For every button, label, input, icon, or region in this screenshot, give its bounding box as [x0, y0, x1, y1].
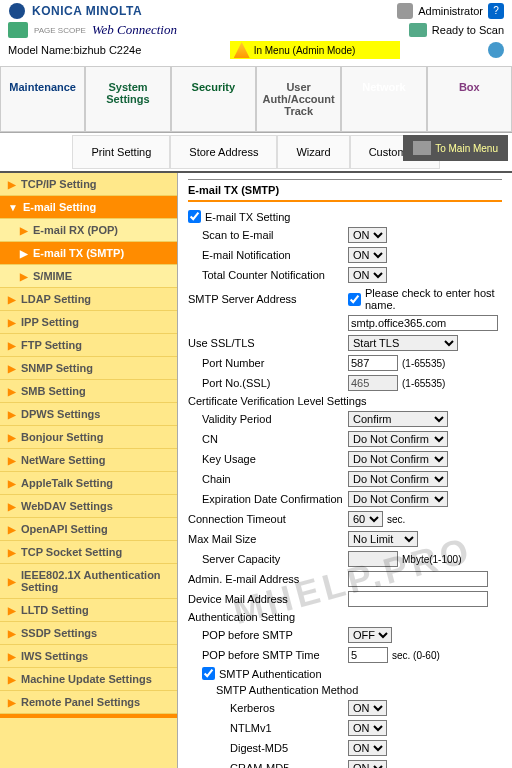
help-icon[interactable]: ?	[488, 3, 504, 19]
smtp-auth-checkbox[interactable]	[202, 667, 215, 680]
sidebar-item[interactable]: ▶NetWare Setting	[0, 449, 177, 472]
tab-user-auth[interactable]: User Auth/Account Track	[256, 66, 341, 132]
km-logo-icon	[8, 2, 26, 20]
subtab-store-address[interactable]: Store Address	[170, 135, 277, 169]
sidebar-subitem[interactable]: ▶E-mail RX (POP)	[0, 219, 177, 242]
page-title: E-mail TX (SMTP)	[188, 179, 502, 196]
port-ssl-input	[348, 375, 398, 391]
email-notification-select[interactable]: ON	[348, 247, 387, 263]
chevron-right-icon: ▶	[8, 455, 16, 466]
model-value: bizhub C224e	[73, 44, 141, 56]
chevron-right-icon: ▶	[8, 628, 16, 639]
ntlm-select[interactable]: ON	[348, 720, 387, 736]
scanner-icon	[409, 23, 427, 37]
chain-select[interactable]: Do Not Confirm	[348, 471, 448, 487]
sidebar-item[interactable]: ▶WebDAV Settings	[0, 495, 177, 518]
server-capacity-input	[348, 551, 398, 567]
svg-point-0	[9, 3, 25, 19]
scan-to-email-select[interactable]: ON	[348, 227, 387, 243]
email-tx-setting-checkbox[interactable]	[188, 210, 201, 223]
chevron-right-icon: ▶	[8, 179, 16, 190]
web-connection-title: Web Connection	[92, 22, 177, 38]
port-number-input[interactable]	[348, 355, 398, 371]
cn-select[interactable]: Do Not Confirm	[348, 431, 448, 447]
subtab-print-setting[interactable]: Print Setting	[72, 135, 170, 169]
sidebar-item[interactable]: ▶LDAP Setting	[0, 288, 177, 311]
mode-indicator: In Menu (Admin Mode)	[230, 41, 400, 59]
chevron-right-icon: ▶	[8, 651, 16, 662]
tab-security[interactable]: Security	[171, 66, 256, 132]
sidebar-item[interactable]: ▶SSDP Settings	[0, 622, 177, 645]
pop-before-smtp-select[interactable]: OFF	[348, 627, 392, 643]
sidebar-item[interactable]: ▶FTP Setting	[0, 334, 177, 357]
total-counter-select[interactable]: ON	[348, 267, 387, 283]
cram-select[interactable]: ON	[348, 760, 387, 768]
sidebar-item[interactable]: ▶IPP Setting	[0, 311, 177, 334]
kerberos-select[interactable]: ON	[348, 700, 387, 716]
validity-period-select[interactable]: Confirm	[348, 411, 448, 427]
svg-rect-1	[8, 22, 28, 38]
tab-box[interactable]: Box	[427, 66, 512, 132]
tab-maintenance[interactable]: Maintenance	[0, 66, 85, 132]
chevron-right-icon: ▶	[20, 225, 28, 236]
chevron-right-icon: ▶	[8, 547, 16, 558]
chevron-right-icon: ▶	[8, 674, 16, 685]
chevron-right-icon: ▶	[8, 386, 16, 397]
sidebar-item[interactable]: ▶IEEE802.1X Authentication Setting	[0, 564, 177, 599]
sidebar-item[interactable]: ▶TCP Socket Setting	[0, 541, 177, 564]
chevron-right-icon: ▶	[8, 340, 16, 351]
sidebar-item[interactable]: ▶TCP/IP Setting	[0, 173, 177, 196]
pop-time-input[interactable]	[348, 647, 388, 663]
sidebar-item[interactable]: ▶Bonjour Setting	[0, 426, 177, 449]
subtab-wizard[interactable]: Wizard	[277, 135, 349, 169]
sidebar-item[interactable]: ▶Machine Update Settings	[0, 668, 177, 691]
chevron-right-icon: ▶	[8, 524, 16, 535]
chevron-right-icon: ▶	[8, 294, 16, 305]
sidebar-item[interactable]: ▶IWS Settings	[0, 645, 177, 668]
pagescope-icon	[8, 22, 28, 38]
chevron-right-icon: ▶	[8, 478, 16, 489]
sidebar-subitem[interactable]: ▶S/MIME	[0, 265, 177, 288]
admin-label: Administrator	[418, 5, 483, 17]
sidebar-item[interactable]: ▶OpenAPI Setting	[0, 518, 177, 541]
chevron-right-icon: ▶	[8, 697, 16, 708]
user-icon	[397, 3, 413, 19]
chevron-right-icon: ▶	[8, 605, 16, 616]
max-mail-size-select[interactable]: No Limit	[348, 531, 418, 547]
sidebar-item[interactable]: ▶SNMP Setting	[0, 357, 177, 380]
mainmenu-icon	[413, 141, 431, 155]
model-label: Model Name:	[8, 44, 73, 56]
refresh-icon[interactable]	[488, 42, 504, 58]
chevron-right-icon: ▶	[8, 409, 16, 420]
use-ssl-select[interactable]: Start TLS	[348, 335, 458, 351]
host-name-checkbox[interactable]	[348, 293, 361, 306]
chevron-right-icon: ▶	[8, 317, 16, 328]
tab-system-settings[interactable]: System Settings	[85, 66, 170, 132]
digest-select[interactable]: ON	[348, 740, 387, 756]
sidebar-item[interactable]: ▶AppleTalk Setting	[0, 472, 177, 495]
chevron-right-icon: ▶	[20, 271, 28, 282]
device-mail-input[interactable]	[348, 591, 488, 607]
chevron-right-icon: ▶	[8, 363, 16, 374]
admin-email-input[interactable]	[348, 571, 488, 587]
chevron-right-icon: ▶	[20, 248, 28, 259]
pagescope-prefix: PAGE SCOPE	[34, 26, 86, 35]
chevron-right-icon: ▼	[8, 202, 18, 213]
to-main-menu-button[interactable]: To Main Menu	[403, 135, 508, 161]
sidebar-item[interactable]: ▼E-mail Setting	[0, 196, 177, 219]
sidebar-item[interactable]: ▶SMB Setting	[0, 380, 177, 403]
sidebar-item[interactable]: ▶LLTD Setting	[0, 599, 177, 622]
chevron-right-icon: ▶	[8, 432, 16, 443]
sidebar-subitem[interactable]: ▶E-mail TX (SMTP)	[0, 242, 177, 265]
sidebar-item[interactable]: ▶Remote Panel Settings	[0, 691, 177, 714]
ready-status: Ready to Scan	[432, 24, 504, 36]
brand: KONICA MINOLTA	[32, 4, 142, 18]
timeout-select[interactable]: 60	[348, 511, 383, 527]
key-usage-select[interactable]: Do Not Confirm	[348, 451, 448, 467]
smtp-server-input[interactable]	[348, 315, 498, 331]
chevron-right-icon: ▶	[8, 576, 16, 587]
sidebar-item[interactable]: ▶DPWS Settings	[0, 403, 177, 426]
expiration-date-select[interactable]: Do Not Confirm	[348, 491, 448, 507]
chevron-right-icon: ▶	[8, 501, 16, 512]
tab-network[interactable]: Network	[341, 66, 426, 132]
